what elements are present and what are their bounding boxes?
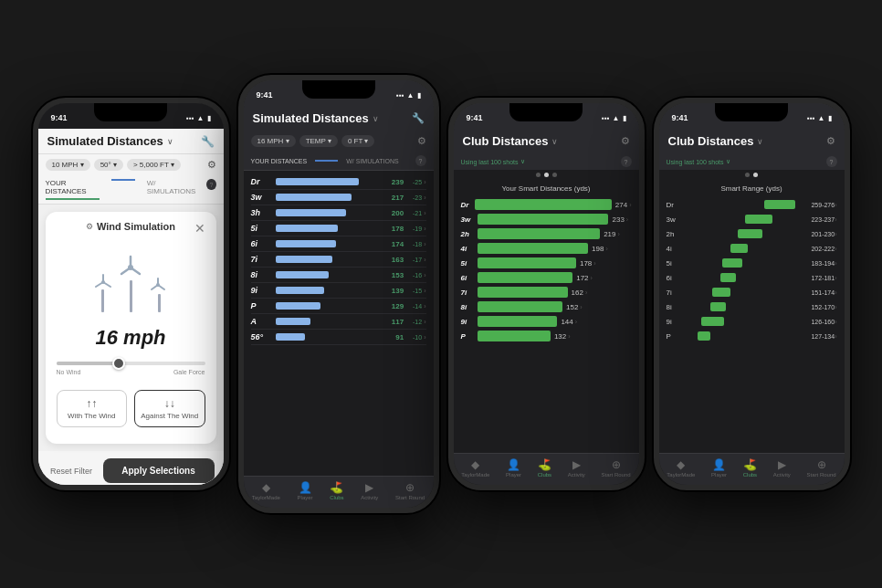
range-bar-row[interactable]: Dr 259-276 ›	[667, 197, 837, 212]
filter-icon[interactable]: ⚙	[207, 159, 216, 171]
range-bar-row[interactable]: 9i 126-160 ›	[667, 314, 837, 329]
bar-club-name: 9i	[461, 318, 478, 326]
filter-ft-2[interactable]: 0 FT ▾	[341, 135, 375, 147]
chevron-down-icon-2[interactable]: ∨	[373, 114, 379, 123]
bar-row[interactable]: 6i 172 ›	[461, 270, 632, 285]
wrench-icon-2[interactable]: 🔧	[412, 112, 425, 124]
nav-activity-3[interactable]: ▶ Activity	[568, 458, 585, 478]
status-icons-1: ▪▪▪ ▲ ▮	[186, 114, 210, 122]
nav-start-round[interactable]: ⊕ Start Round	[395, 481, 425, 500]
dist-row[interactable]: 5i 178 -19 ›	[251, 221, 426, 236]
nav-taylormade-4[interactable]: ◆ TaylorMade	[667, 458, 695, 478]
battery-icon-4: ▮	[828, 114, 832, 122]
nav-activity-4[interactable]: ▶ Activity	[773, 458, 791, 478]
dist-row[interactable]: 6i 174 -18 ›	[251, 236, 426, 252]
range-bar-inner	[745, 215, 772, 224]
range-bar-row[interactable]: 3w 223-237 ›	[667, 212, 837, 226]
nav-start-round-4[interactable]: ⊕ Start Round	[807, 458, 836, 478]
filter-temp[interactable]: 50° ▾	[94, 159, 123, 171]
slider-track	[57, 362, 205, 365]
range-bar-row[interactable]: 6i 172-181 ›	[667, 270, 837, 285]
filter-wind[interactable]: 10 MPH ▾	[46, 159, 90, 171]
bar-row[interactable]: Dr 274 ›	[461, 197, 632, 212]
nav-player[interactable]: 👤 Player	[298, 481, 313, 500]
bars-container-4: Dr 259-276 › 3w 223-237 › 2h 201-230 › 4…	[667, 197, 837, 343]
tab-your-distances[interactable]: YOUR DISTANCES	[46, 179, 100, 200]
filter-altitude[interactable]: > 5,000 FT ▾	[127, 159, 181, 171]
range-bar-row[interactable]: 4i 202-222 ›	[667, 241, 837, 256]
nav-player-3[interactable]: 👤 Player	[506, 458, 521, 478]
dist-delta: -19	[404, 226, 422, 232]
dist-value: 139	[378, 287, 404, 295]
nav-clubs-4[interactable]: ⛳ Clubs	[743, 458, 757, 478]
wrench-icon[interactable]: 🔧	[201, 135, 215, 148]
bar-row[interactable]: 4i 198 ›	[461, 241, 632, 256]
dist-row[interactable]: 9i 139 -15 ›	[251, 283, 426, 299]
close-icon[interactable]: ✕	[194, 221, 205, 236]
bar-row[interactable]: 2h 219 ›	[461, 226, 632, 241]
bar-row[interactable]: 9i 144 ›	[461, 314, 632, 329]
range-bar-row[interactable]: 7i 151-174 ›	[667, 285, 837, 299]
svg-line-11	[152, 285, 158, 289]
dist-row[interactable]: 3w 217 -23 ›	[251, 190, 426, 205]
dist-row[interactable]: 56° 91 -10 ›	[251, 330, 426, 345]
reset-filter-button[interactable]: Reset Filter	[47, 458, 96, 483]
range-club-name: 5i	[667, 259, 683, 268]
tab-your-2[interactable]: YOUR DISTANCES	[251, 158, 308, 164]
dist-row[interactable]: 7i 163 -17 ›	[251, 252, 426, 268]
with-the-wind-button[interactable]: ↑↑ With The Wind	[57, 390, 128, 427]
dist-row[interactable]: A 117 -12 ›	[251, 314, 426, 330]
chevron-down-green[interactable]: ∨	[520, 158, 525, 165]
notch-2	[302, 80, 375, 99]
nav-clubs[interactable]: ⛳ Clubs	[330, 481, 343, 500]
filter-wind-2[interactable]: 16 MPH ▾	[251, 135, 296, 147]
bar-value: 274	[615, 201, 627, 209]
nav-start-round-3[interactable]: ⊕ Start Round	[602, 458, 631, 478]
chevron-down-green-4[interactable]: ∨	[726, 158, 730, 165]
nav-clubs-3[interactable]: ⛳ Clubs	[538, 458, 551, 478]
filter-icon-4[interactable]: ⚙	[826, 135, 835, 147]
bar-value: 198	[592, 245, 604, 253]
filter-temp-2[interactable]: TEMP ▾	[299, 135, 338, 147]
dist-row[interactable]: 3h 200 -21 ›	[251, 205, 426, 221]
apply-selections-button[interactable]: Apply Selections	[103, 458, 215, 483]
range-bar-row[interactable]: 8i 152-170 ›	[667, 299, 837, 314]
nav-taylormade[interactable]: ◆ TaylorMade	[252, 481, 280, 500]
bar-green	[478, 228, 601, 239]
bar-green	[478, 301, 563, 312]
range-bar-inner	[722, 258, 742, 268]
help-icon[interactable]: ?	[206, 179, 215, 190]
status-icons-4: ▪▪▪ ▲ ▮	[807, 114, 831, 122]
help-icon-2[interactable]: ?	[415, 155, 426, 166]
tab-with-sim[interactable]: W/ SIMULATIONS	[147, 179, 198, 200]
dist-row[interactable]: 8i 153 -16 ›	[251, 268, 426, 283]
chevron-down-icon[interactable]: ∨	[167, 137, 173, 146]
bar-row[interactable]: 8i 152 ›	[461, 299, 632, 314]
dist-value: 153	[378, 271, 404, 279]
range-bar-row[interactable]: P 127-134 ›	[667, 329, 837, 343]
dist-row[interactable]: P 129 -14 ›	[251, 299, 426, 314]
wind-slider[interactable]: No Wind Gale Force	[57, 362, 205, 375]
tab-sim-2[interactable]: W/ SIMULATIONS	[346, 158, 398, 164]
chevron-down-icon-4[interactable]: ∨	[757, 137, 763, 146]
range-bar-row[interactable]: 2h 201-230 ›	[667, 226, 837, 241]
filter-icon-3[interactable]: ⚙	[621, 135, 630, 147]
dist-row[interactable]: Dr 239 -25 ›	[251, 174, 426, 190]
range-bar-row[interactable]: 5i 183-194 ›	[667, 256, 837, 270]
bar-row[interactable]: P 132 ›	[461, 329, 632, 343]
nav-player-4[interactable]: 👤 Player	[711, 458, 727, 478]
sub-filter-4[interactable]: Using last 100 shots	[667, 159, 724, 165]
filter-icon-2[interactable]: ⚙	[417, 135, 426, 147]
bar-row[interactable]: 7i 162 ›	[461, 285, 632, 299]
nav-taylormade-3[interactable]: ◆ TaylorMade	[461, 458, 489, 478]
against-the-wind-button[interactable]: ↓↓ Against The Wind	[134, 390, 205, 427]
slider-thumb[interactable]	[112, 357, 125, 370]
sub-filter-3[interactable]: Using last 100 shots	[461, 159, 519, 165]
chevron-down-icon-3[interactable]: ∨	[551, 137, 558, 146]
help-icon-3[interactable]: ?	[621, 156, 632, 167]
bar-value: 233	[612, 215, 624, 224]
nav-activity[interactable]: ▶ Activity	[361, 481, 378, 500]
bar-row[interactable]: 3w 233 ›	[461, 212, 632, 226]
bar-row[interactable]: 5i 178 ›	[461, 256, 632, 270]
help-icon-4[interactable]: ?	[826, 156, 837, 167]
